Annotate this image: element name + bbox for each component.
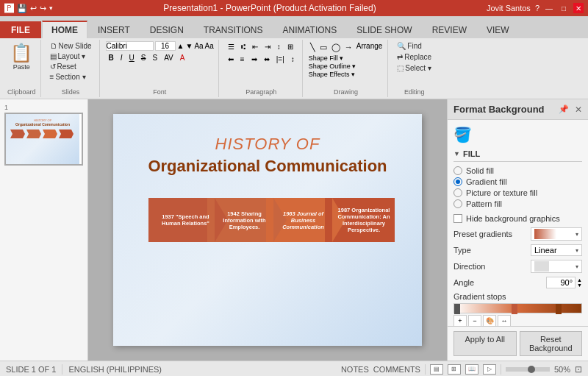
gradient-fill-radio[interactable]: Gradient fill — [453, 177, 582, 186]
find-button[interactable]: 🔍 Find — [394, 41, 424, 51]
bullets-button[interactable]: ☰ — [225, 41, 237, 52]
add-stop-button[interactable]: + — [453, 315, 467, 326]
qa-undo-icon[interactable]: ↩ — [30, 4, 37, 13]
shape-rect-icon[interactable]: ▭ — [318, 41, 329, 54]
minimize-button[interactable]: — — [544, 3, 554, 13]
tab-file[interactable]: FILE — [0, 21, 41, 38]
align-left-button[interactable]: ⬅ — [225, 54, 237, 65]
slide-thumbnail[interactable]: HISTORY OF Organizational Communication — [4, 113, 83, 166]
canvas-area[interactable]: HISTORY OF Organizational Communication … — [88, 99, 447, 361]
shadow-button[interactable]: S — [149, 52, 160, 63]
underline-button[interactable]: U — [126, 52, 137, 63]
shape-oval-icon[interactable]: ◯ — [330, 41, 342, 54]
shape-line-icon[interactable]: ╲ — [309, 41, 317, 54]
tab-insert[interactable]: INSERT — [88, 21, 140, 38]
tab-home[interactable]: HOME — [42, 21, 87, 38]
direction-dropdown[interactable]: ▾ — [531, 260, 582, 273]
stop-color-button[interactable]: 🎨 — [483, 315, 496, 326]
close-panel-icon[interactable]: ✕ — [575, 104, 582, 115]
select-button[interactable]: ⬚ Select ▾ — [394, 63, 434, 73]
tab-view[interactable]: VIEW — [477, 21, 519, 38]
picture-fill-radio[interactable]: Picture or texture fill — [453, 188, 582, 197]
qa-save-icon[interactable]: 💾 — [17, 4, 27, 13]
font-name-input[interactable] — [106, 41, 154, 51]
numbering-button[interactable]: ⑆ — [238, 41, 248, 52]
notes-button[interactable]: NOTES — [341, 365, 369, 374]
gradient-track[interactable] — [453, 303, 582, 313]
pin-icon[interactable]: 📌 — [559, 104, 569, 114]
shape-outline-button[interactable]: Shape Outline ▾ — [309, 63, 356, 70]
layout-button[interactable]: ▤ Layout ▾ — [47, 52, 89, 61]
close-button[interactable]: ✕ — [573, 3, 584, 13]
remove-stop-button[interactable]: − — [468, 315, 481, 326]
tab-design[interactable]: DESIGN — [140, 21, 193, 38]
shape-fill-button[interactable]: Shape Fill ▾ — [309, 54, 344, 62]
justify-button[interactable]: ⬌ — [261, 54, 273, 65]
select-icon: ⬚ — [397, 64, 404, 72]
slide-sorter-button[interactable]: ⊞ — [448, 364, 461, 375]
list-buttons: ☰ ⑆ ⇤ ⇥ ↕ ⊞ — [225, 41, 296, 52]
comments-button[interactable]: COMMENTS — [373, 365, 420, 374]
title-bar: 🅿 💾 ↩ ↪ ▾ Presentation1 - PowerPoint (Pr… — [0, 0, 588, 16]
char-spacing-button[interactable]: AV — [161, 52, 176, 63]
replace-button[interactable]: ⇄ Replace — [394, 52, 434, 62]
help-icon[interactable]: ? — [535, 4, 539, 13]
font-size-input[interactable] — [155, 41, 176, 51]
type-dropdown[interactable]: Linear ▾ — [531, 244, 582, 256]
fill-section-header[interactable]: ▼ FILL — [453, 149, 582, 162]
hide-bg-checkbox[interactable]: Hide background graphics — [453, 214, 582, 223]
gradient-stop-2[interactable] — [512, 304, 517, 314]
line-spacing-button[interactable]: ↕ — [288, 54, 298, 65]
angle-up-icon[interactable]: ▲ — [577, 277, 582, 283]
tab-animations[interactable]: ANIMATIONS — [273, 21, 346, 38]
solid-fill-radio[interactable]: Solid fill — [453, 166, 582, 175]
italic-button[interactable]: I — [118, 52, 126, 63]
paste-button[interactable]: 📋 Paste — [7, 41, 35, 72]
normal-view-button[interactable]: ▤ — [430, 364, 443, 375]
fit-to-window-icon[interactable]: ⊡ — [575, 364, 582, 375]
strikethrough-button[interactable]: S — [138, 52, 149, 63]
qa-redo-icon[interactable]: ↪ — [40, 4, 46, 13]
increase-indent-button[interactable]: ⇥ — [262, 41, 273, 52]
angle-down-icon[interactable]: ▼ — [577, 283, 582, 288]
font-size-up-icon[interactable]: ▲ — [177, 42, 184, 50]
status-sep-3 — [501, 364, 501, 375]
tab-transitions[interactable]: TRANSITIONS — [194, 21, 273, 38]
decrease-indent-button[interactable]: ⇤ — [249, 41, 261, 52]
angle-input[interactable] — [546, 277, 576, 288]
gradient-stop-1[interactable] — [454, 304, 460, 314]
align-center-button[interactable]: ≡ — [237, 54, 248, 65]
reset-background-button[interactable]: Reset Background — [520, 331, 583, 356]
reading-view-button[interactable]: 📖 — [465, 364, 478, 375]
convert-smartart-button[interactable]: ⊞ — [284, 41, 296, 52]
shape-arrow-icon[interactable]: → — [343, 41, 354, 54]
columns-button[interactable]: |=| — [273, 54, 287, 65]
arrow-item-1[interactable]: 1937 "Speech and Human Relations" — [148, 198, 215, 242]
tab-slideshow[interactable]: SLIDE SHOW — [347, 21, 421, 38]
arrange-button[interactable]: Arrange — [356, 41, 384, 54]
align-right-button[interactable]: ➡ — [248, 54, 260, 65]
bold-button[interactable]: B — [106, 52, 117, 63]
new-slide-button[interactable]: 🗋 New Slide — [47, 41, 95, 51]
paragraph-group: ☰ ⑆ ⇤ ⇥ ↕ ⊞ ⬅ ≡ ➡ ⬌ |=| ↕ Paragraph — [220, 40, 303, 97]
paragraph-group-content: ☰ ⑆ ⇤ ⇥ ↕ ⊞ ⬅ ≡ ➡ ⬌ |=| ↕ — [225, 41, 298, 87]
font-color-button[interactable]: A — [177, 52, 188, 63]
reverse-stops-button[interactable]: ↔ — [498, 315, 511, 326]
clear-format-icon[interactable]: Aa — [194, 42, 203, 50]
apply-to-all-button[interactable]: Apply to All — [453, 331, 517, 356]
gradient-stop-3[interactable] — [556, 304, 562, 314]
reset-button[interactable]: ↺ Reset — [47, 62, 79, 71]
font-size-down-icon[interactable]: ▼ — [185, 42, 193, 50]
zoom-slider[interactable] — [506, 367, 550, 372]
maximize-button[interactable]: □ — [559, 3, 569, 13]
direction-button[interactable]: ↕ — [274, 41, 284, 52]
reset-label: Reset — [57, 63, 76, 71]
pattern-fill-radio[interactable]: Pattern fill — [453, 199, 582, 208]
change-case-icon[interactable]: Aa — [205, 42, 214, 50]
preset-gradients-dropdown[interactable]: ▾ — [531, 227, 582, 241]
arrow-text-3: 1963 Journal of Business Communication — [278, 210, 329, 230]
slideshow-view-button[interactable]: ▷ — [483, 364, 496, 375]
shape-effects-button[interactable]: Shape Effects ▾ — [309, 71, 355, 78]
tab-review[interactable]: REVIEW — [423, 21, 476, 38]
section-button[interactable]: ≡ Section ▾ — [47, 72, 89, 82]
